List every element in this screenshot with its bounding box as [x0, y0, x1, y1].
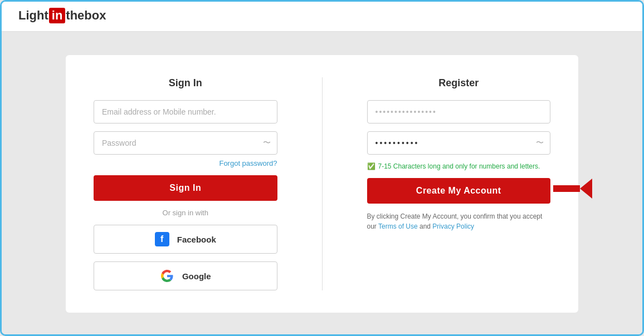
- password-input[interactable]: [94, 131, 277, 155]
- password-eye-icon[interactable]: 〜: [263, 138, 271, 148]
- or-signin-text: Or sign in with: [94, 209, 277, 217]
- arrow-indicator: [553, 179, 592, 199]
- facebook-label: Facebook: [177, 235, 216, 244]
- section-divider: [322, 77, 323, 290]
- register-section: Register 〜 ✅ 7-15 Characters long and on…: [367, 77, 551, 290]
- register-email-input[interactable]: [367, 100, 551, 123]
- arrow-shaft: [553, 185, 580, 192]
- check-icon: ✅: [367, 162, 375, 170]
- register-title: Register: [367, 77, 551, 89]
- register-password-input[interactable]: [367, 131, 551, 155]
- register-password-eye-icon[interactable]: 〜: [536, 138, 544, 148]
- forgot-password-link[interactable]: Forgot password?: [94, 159, 277, 167]
- header: Light in thebox: [2, 0, 642, 32]
- create-account-button[interactable]: Create My Account: [367, 178, 551, 204]
- validation-message: ✅ 7-15 Characters long and only for numb…: [367, 162, 551, 170]
- email-input-wrapper: [94, 100, 277, 123]
- logo-in: in: [49, 8, 66, 23]
- logo-thebox: thebox: [66, 8, 106, 23]
- signin-section: Sign In 〜 Forgot password? Sign In Or si…: [94, 77, 277, 290]
- terms-text: By clicking Create My Account, you confi…: [367, 211, 551, 231]
- arrow-head: [580, 179, 592, 199]
- validation-text: 7-15 Characters long and only for number…: [378, 162, 540, 170]
- signin-title: Sign In: [94, 77, 277, 89]
- password-input-wrapper: 〜: [94, 131, 277, 155]
- facebook-icon: f: [155, 232, 169, 246]
- google-signin-button[interactable]: Google: [94, 261, 277, 290]
- facebook-signin-button[interactable]: f Facebook: [94, 225, 277, 254]
- main-content: Sign In 〜 Forgot password? Sign In Or si…: [2, 32, 642, 336]
- google-icon: [160, 269, 174, 283]
- google-label: Google: [182, 271, 211, 281]
- logo-light: Light: [18, 8, 48, 23]
- register-password-wrapper: 〜: [367, 131, 551, 155]
- logo: Light in thebox: [18, 8, 626, 23]
- privacy-policy-link[interactable]: Privacy Policy: [432, 223, 474, 230]
- email-input[interactable]: [94, 100, 277, 123]
- terms-of-use-link[interactable]: Terms of Use: [378, 223, 418, 230]
- register-email-wrapper: [367, 100, 551, 123]
- signin-button[interactable]: Sign In: [94, 175, 277, 201]
- page-wrapper: Light in thebox Sign In 〜 Forgot passwor…: [2, 0, 642, 336]
- card: Sign In 〜 Forgot password? Sign In Or si…: [66, 55, 578, 313]
